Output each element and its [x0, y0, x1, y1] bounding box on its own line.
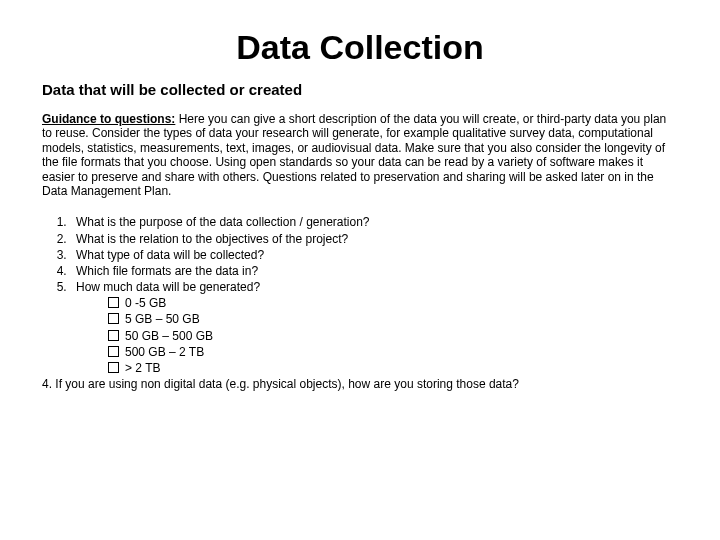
- option-label: 0 -5 GB: [125, 295, 166, 311]
- list-item: What is the purpose of the data collecti…: [70, 214, 678, 230]
- checkbox-item: > 2 TB: [102, 360, 678, 376]
- list-item: How much data will be generated? 0 -5 GB…: [70, 279, 678, 376]
- footnote-question: 4. If you are using non digital data (e.…: [42, 376, 678, 392]
- list-item: What type of data will be collected?: [70, 247, 678, 263]
- list-item: Which file formats are the data in?: [70, 263, 678, 279]
- checkbox-icon: [108, 346, 119, 357]
- option-label: 5 GB – 50 GB: [125, 311, 200, 327]
- page-title: Data Collection: [42, 28, 678, 67]
- slide: Data Collection Data that will be collec…: [0, 0, 720, 412]
- checkbox-item: 5 GB – 50 GB: [102, 311, 678, 327]
- checkbox-item: 0 -5 GB: [102, 295, 678, 311]
- checkbox-item: 50 GB – 500 GB: [102, 328, 678, 344]
- guidance-lead: Guidance to questions:: [42, 112, 175, 126]
- checkbox-icon: [108, 330, 119, 341]
- section-subtitle: Data that will be collected or created: [42, 81, 678, 98]
- guidance-paragraph: Guidance to questions: Here you can give…: [42, 112, 678, 198]
- question-list: What is the purpose of the data collecti…: [42, 214, 678, 376]
- option-label: 500 GB – 2 TB: [125, 344, 204, 360]
- checkbox-icon: [108, 297, 119, 308]
- list-item: What is the relation to the objectives o…: [70, 231, 678, 247]
- checkbox-icon: [108, 362, 119, 373]
- size-options-list: 0 -5 GB 5 GB – 50 GB 50 GB – 500 GB 500 …: [76, 295, 678, 376]
- option-label: 50 GB – 500 GB: [125, 328, 213, 344]
- question-text: How much data will be generated?: [76, 280, 260, 294]
- checkbox-icon: [108, 313, 119, 324]
- checkbox-item: 500 GB – 2 TB: [102, 344, 678, 360]
- option-label: > 2 TB: [125, 360, 160, 376]
